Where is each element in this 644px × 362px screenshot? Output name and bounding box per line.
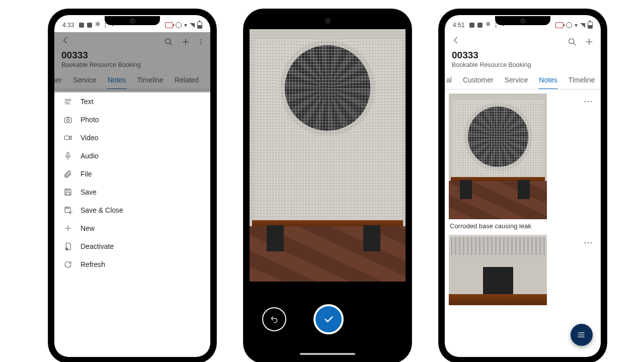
record-subtitle: Bookable Resource Booking [452, 61, 594, 68]
gesture-bar [300, 353, 355, 355]
menu-refresh[interactable]: Refresh [54, 255, 210, 274]
tab-notes[interactable]: Notes [533, 71, 563, 89]
menu-save[interactable]: Save [54, 183, 210, 201]
svg-rect-10 [66, 193, 70, 195]
back-button[interactable] [451, 35, 461, 48]
status-icon [486, 22, 492, 28]
svg-rect-12 [66, 207, 68, 209]
status-bar: 4:51 • ▾ [445, 15, 601, 32]
menu-video[interactable]: Video [54, 129, 210, 147]
status-icon [104, 23, 109, 28]
status-icon [95, 22, 101, 28]
svg-rect-7 [67, 152, 69, 156]
menu-new[interactable]: New [54, 219, 210, 237]
status-icon [79, 23, 84, 28]
status-icon [469, 23, 474, 28]
menu-text[interactable]: Text [54, 93, 210, 111]
svg-point-15 [578, 332, 579, 333]
note-overflow-icon[interactable]: ⋯ [584, 237, 594, 248]
svg-point-16 [578, 334, 579, 335]
menu-audio[interactable]: Audio [54, 147, 210, 165]
confirm-photo-button[interactable] [313, 304, 344, 334]
battery-icon [197, 22, 202, 29]
tab-service[interactable]: Service [499, 71, 534, 89]
status-icon [566, 22, 572, 28]
note-photo-thumb[interactable] [449, 235, 547, 305]
record-title: 00333 [452, 50, 594, 61]
status-icon [176, 22, 182, 28]
menu-deactivate[interactable]: Deactivate [54, 237, 210, 255]
phone-2-camera [244, 9, 412, 362]
menu-save-close[interactable]: Save & Close [54, 201, 210, 219]
modal-scrim[interactable] [54, 32, 210, 92]
status-icon [495, 23, 500, 28]
signal-icon [580, 23, 585, 28]
menu-file[interactable]: File [54, 165, 210, 183]
tab-timeline[interactable]: Timeline [563, 71, 600, 89]
note-item[interactable]: ⋯ [449, 235, 597, 305]
phone-1-notes-menu: 4:33 • ▾ [48, 9, 216, 362]
camera-controls [250, 282, 406, 357]
screen-record-icon [165, 22, 173, 28]
tab-customer[interactable]: Customer [457, 71, 499, 89]
battery-icon [588, 22, 593, 29]
photo-preview [250, 29, 406, 282]
status-clock: 4:51 [453, 22, 464, 29]
search-icon[interactable] [567, 36, 578, 47]
svg-rect-11 [65, 207, 70, 213]
note-overflow-icon[interactable]: ⋯ [584, 96, 594, 107]
screen-record-icon [555, 22, 564, 28]
action-sheet: Text Photo Video Audio [54, 93, 210, 357]
status-icon [477, 23, 482, 28]
phone-3-notes-list: 4:51 • ▾ [439, 9, 607, 362]
list-fab[interactable] [571, 324, 593, 346]
status-clock: 4:33 [62, 22, 74, 29]
note-caption: Corroded base causing leak [449, 219, 597, 231]
svg-rect-6 [64, 136, 69, 140]
menu-photo[interactable]: Photo [54, 111, 210, 129]
status-bar: 4:33 • ▾ [54, 15, 210, 32]
note-item[interactable]: ⋯ Corroded base causing leak [449, 94, 597, 231]
svg-point-17 [578, 336, 579, 337]
add-icon[interactable] [584, 36, 595, 47]
svg-rect-4 [64, 118, 71, 123]
notch [300, 16, 355, 25]
retake-button[interactable] [262, 307, 286, 331]
tab-general[interactable]: al [445, 71, 457, 89]
svg-point-5 [66, 119, 69, 122]
status-icon [87, 23, 92, 28]
note-photo-thumb[interactable] [449, 94, 547, 219]
tab-bar: al Customer Service Notes Timeline [445, 71, 601, 89]
signal-icon [190, 23, 195, 28]
svg-rect-9 [66, 189, 69, 191]
